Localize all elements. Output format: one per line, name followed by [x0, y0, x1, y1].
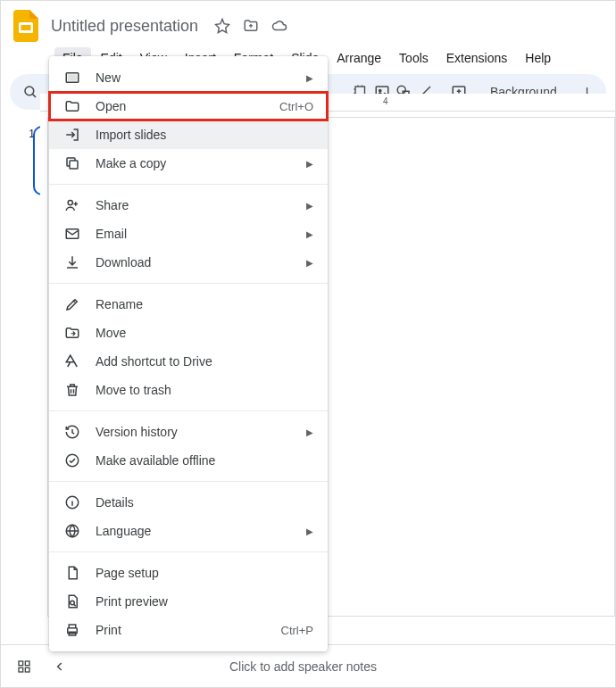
preview-icon [63, 593, 81, 610]
new-slide-icon [63, 69, 81, 87]
globe-icon [63, 522, 81, 540]
chevron-left-icon[interactable] [51, 660, 69, 673]
menu-item-print[interactable]: PrintCtrl+P [49, 616, 328, 644]
menu-item-download[interactable]: Download▶ [49, 248, 328, 277]
menu-item-version[interactable]: Version history▶ [49, 418, 328, 446]
rename-icon [63, 295, 81, 313]
svg-rect-11 [19, 667, 23, 672]
svg-point-16 [68, 200, 72, 204]
email-icon [63, 225, 81, 243]
trash-icon [63, 381, 81, 399]
menu-item-language[interactable]: Language▶ [49, 517, 328, 545]
menu-item-new[interactable]: New▶ [49, 63, 328, 92]
svg-rect-10 [25, 661, 29, 666]
cloud-status-icon[interactable] [271, 18, 287, 34]
file-menu-dropdown: New▶ OpenCtrl+O Import slides Make a cop… [49, 56, 328, 651]
download-icon [63, 253, 81, 271]
drive-shortcut-icon [63, 352, 81, 370]
menu-tools[interactable]: Tools [391, 47, 437, 69]
history-icon [63, 423, 81, 441]
svg-rect-12 [25, 667, 29, 672]
offline-icon [63, 452, 81, 469]
star-icon[interactable] [214, 18, 230, 34]
menu-item-import[interactable]: Import slides [49, 120, 328, 149]
menu-item-share[interactable]: Share▶ [49, 191, 328, 220]
menu-item-shortcut[interactable]: Add shortcut to Drive [49, 347, 328, 376]
menu-item-offline[interactable]: Make available offline [49, 446, 328, 475]
svg-point-6 [397, 86, 405, 94]
print-icon [63, 621, 81, 639]
import-icon [63, 126, 81, 144]
menu-arrange[interactable]: Arrange [329, 47, 389, 69]
svg-point-21 [71, 601, 75, 605]
document-title[interactable]: Untitled presentation [51, 17, 198, 36]
menu-item-trash[interactable]: Move to trash [49, 376, 328, 404]
menu-item-pagesetup[interactable]: Page setup [49, 559, 328, 587]
menu-item-open[interactable]: OpenCtrl+O [49, 92, 328, 120]
menu-item-copy[interactable]: Make a copy▶ [49, 149, 328, 178]
svg-rect-1 [21, 25, 31, 30]
menu-item-move[interactable]: Move [49, 319, 328, 347]
move-folder-icon[interactable] [243, 18, 259, 34]
slide-panel: 1 [1, 94, 40, 644]
svg-rect-15 [70, 161, 78, 169]
grid-view-icon[interactable] [15, 659, 33, 674]
svg-point-18 [66, 454, 79, 467]
menu-item-email[interactable]: Email▶ [49, 220, 328, 248]
copy-icon [63, 154, 81, 172]
page-icon [63, 564, 81, 582]
folder-icon [63, 97, 81, 115]
svg-rect-14 [69, 75, 77, 80]
speaker-notes-input[interactable]: Click to add speaker notes [229, 659, 377, 674]
menu-item-details[interactable]: Details [49, 488, 328, 517]
share-icon [63, 196, 81, 214]
info-icon [63, 493, 81, 511]
move-icon [63, 324, 81, 342]
menu-item-preview[interactable]: Print preview [49, 587, 328, 616]
svg-point-5 [379, 89, 381, 91]
slides-logo [12, 8, 40, 44]
slide-number: 1 [1, 128, 35, 140]
menu-item-rename[interactable]: Rename [49, 290, 328, 319]
svg-rect-9 [19, 661, 23, 666]
menu-extensions[interactable]: Extensions [438, 47, 515, 69]
menu-help[interactable]: Help [517, 47, 559, 69]
